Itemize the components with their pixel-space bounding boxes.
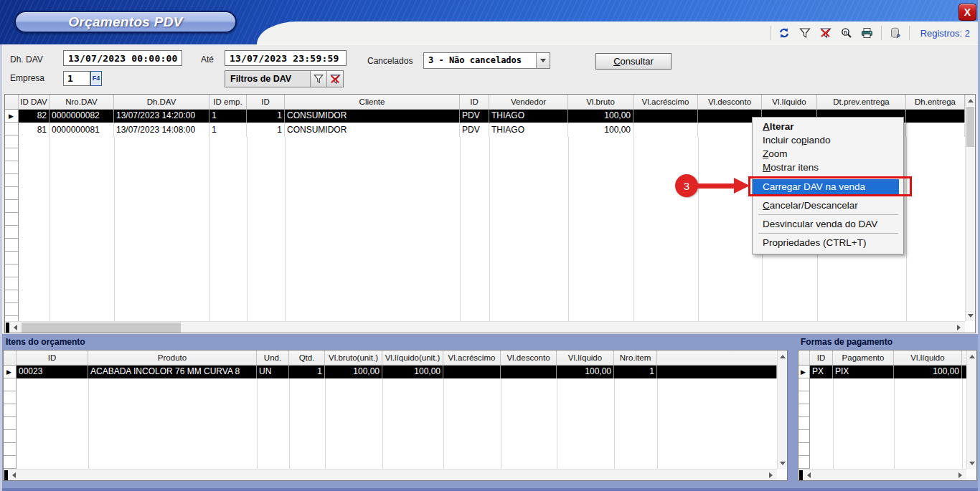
cell-id: PX: [810, 366, 833, 378]
scroll-left-button[interactable]: [8, 469, 19, 480]
column-header-id-dav[interactable]: ID DAV: [19, 95, 50, 109]
horizontal-scrollbar[interactable]: [798, 469, 966, 480]
grid-column-line: [443, 366, 444, 469]
menu-item-cancelar-descancelar[interactable]: Cancelar/Descancelar: [753, 199, 903, 212]
column-header-dt-prev-entrega[interactable]: Dt.prev.entrega: [817, 95, 906, 109]
horizontal-scrollbar[interactable]: [4, 469, 777, 480]
scroll-right-button[interactable]: [954, 469, 966, 480]
empresa-f4-button[interactable]: F4: [90, 71, 102, 86]
triangle-up-icon: [969, 355, 975, 358]
cancelados-dropdown-button[interactable]: [536, 53, 550, 68]
zoom-button[interactable]: n: [839, 26, 854, 40]
dh-dav-start-input[interactable]: [63, 50, 182, 66]
scroll-down-button[interactable]: [967, 457, 976, 469]
consultar-button[interactable]: Consultar: [595, 53, 672, 70]
filtros-dav-button[interactable]: Filtros de DAV: [225, 71, 310, 87]
print-button[interactable]: [860, 26, 875, 40]
vertical-scrollbar[interactable]: [777, 351, 787, 469]
column-header-id2[interactable]: ID: [460, 95, 489, 109]
menu-item-incluir-copiando[interactable]: Incluir copiando: [753, 133, 903, 147]
database-export-button[interactable]: P: [888, 26, 903, 40]
grid-column-line: [501, 366, 501, 469]
vertical-scrollbar[interactable]: [965, 95, 975, 321]
grid-column-line: [906, 110, 907, 321]
column-header-dh-entrega[interactable]: Dh.entrega: [906, 95, 965, 109]
scroll-up-button[interactable]: [778, 351, 787, 362]
table-row[interactable]: PX PIX 100,00: [810, 366, 966, 378]
column-header-dh-dav[interactable]: Dh.DAV: [114, 95, 209, 109]
vertical-scrollbar[interactable]: [966, 351, 976, 469]
annotation-step-badge: 3: [675, 174, 698, 197]
column-header-id[interactable]: ID: [247, 95, 285, 109]
menu-item-mostrar-itens[interactable]: Mostrar itens: [753, 161, 903, 174]
horizontal-scroll-thumb[interactable]: [22, 323, 181, 333]
cell-und: UN: [257, 366, 289, 378]
column-header-nro-item[interactable]: Nro.item: [614, 351, 657, 365]
scroll-up-button[interactable]: [966, 95, 975, 106]
cancelados-select[interactable]: 3 - Não cancelados: [423, 52, 550, 69]
close-button[interactable]: X: [958, 4, 976, 21]
column-header-cliente[interactable]: Cliente: [285, 95, 460, 109]
table-row[interactable]: 00023 ACABADA INCOLOR 76 MM CURVA 8 UN 1…: [17, 366, 777, 378]
refresh-icon: [778, 27, 790, 39]
filtros-dav-filter-button[interactable]: [310, 71, 326, 87]
ate-label: Até: [201, 54, 214, 65]
grid-column-line: [382, 366, 383, 469]
column-header-nro-dav[interactable]: Nro.DAV: [50, 95, 114, 109]
empresa-label: Empresa: [10, 73, 44, 83]
scroll-up-button[interactable]: [967, 351, 976, 362]
empresa-input[interactable]: [63, 71, 90, 86]
menu-item-propriedades[interactable]: Propriedades (CTRL+T): [753, 236, 903, 249]
column-header-vl-acrescimo[interactable]: Vl.acréscimo: [633, 95, 698, 109]
column-header-id[interactable]: ID: [810, 351, 833, 365]
menu-item-alterar[interactable]: Alterar: [753, 120, 903, 133]
column-header-vl-desconto[interactable]: Vl.desconto: [501, 351, 557, 365]
scroll-left-button[interactable]: [9, 322, 21, 333]
zoom-icon: n: [841, 27, 852, 39]
column-header-vl-bruto-unit[interactable]: Vl.bruto(unit.): [325, 351, 382, 365]
scroll-down-button[interactable]: [778, 457, 787, 469]
selector-header-cell: [4, 351, 17, 365]
page-title: Orçamentos PDV: [68, 14, 182, 30]
cell-vl-liquido: 100,00: [557, 366, 614, 378]
refresh-button[interactable]: [777, 26, 791, 40]
window-left-edge: [0, 44, 2, 491]
scroll-right-button[interactable]: [765, 469, 776, 480]
cell-nro-dav: 0000000082: [50, 110, 114, 123]
column-header-vl-liquido-unit[interactable]: Vl.líquido(unit.): [382, 351, 443, 365]
column-header-id-emp[interactable]: ID emp.: [209, 95, 247, 109]
column-header-vl-liquido[interactable]: Vl.líquido: [762, 95, 817, 109]
column-header-qtd[interactable]: Qtd.: [289, 351, 325, 365]
menu-item-desvincular-venda-do-dav[interactable]: Desvincular venda do DAV: [753, 217, 903, 231]
horizontal-scrollbar[interactable]: [5, 321, 965, 333]
column-header-id[interactable]: ID: [17, 351, 88, 365]
scroll-left-button[interactable]: [803, 469, 814, 480]
grid-column-line: [289, 366, 290, 469]
dh-dav-end-input[interactable]: [225, 50, 347, 66]
column-header-vendedor[interactable]: Vendedor: [489, 95, 568, 109]
column-header-und[interactable]: Und.: [257, 351, 289, 365]
clear-filter-button[interactable]: [819, 26, 833, 40]
column-header-vl-desconto[interactable]: Vl.desconto: [698, 95, 762, 109]
column-header-vl-bruto[interactable]: Vl.bruto: [568, 95, 633, 109]
column-header-vl-acrescimo[interactable]: Vl.acréscimo: [443, 351, 501, 365]
f4-icon: F4: [93, 75, 100, 82]
column-header-vl-liquido[interactable]: Vl.líquido: [557, 351, 614, 365]
menu-item-zoom[interactable]: Zoom: [753, 147, 903, 161]
column-header-pagamento[interactable]: Pagamento: [833, 351, 894, 365]
menu-item-text: ancelar/Descancelar: [770, 200, 858, 211]
selector-header-cell: [798, 351, 810, 365]
column-header-vl-liquido[interactable]: Vl.líquido: [894, 351, 962, 365]
filter-button[interactable]: [798, 26, 812, 40]
annotation-arrow-head-icon: [734, 178, 750, 194]
grid-column-line: [50, 110, 50, 321]
filter-icon: [799, 27, 811, 39]
cancelados-selected-value: 3 - Não cancelados: [424, 53, 536, 68]
column-header-produto[interactable]: Produto: [88, 351, 257, 365]
scroll-right-button[interactable]: [953, 322, 964, 333]
items-grid-header: ID Produto Und. Qtd. Vl.bruto(unit.) Vl.…: [4, 351, 777, 366]
scroll-down-button[interactable]: [966, 310, 975, 321]
vertical-scroll-thumb[interactable]: [966, 107, 974, 147]
filtros-dav-clear-filter-button[interactable]: [326, 71, 343, 87]
menu-item-accel: A: [763, 121, 770, 132]
